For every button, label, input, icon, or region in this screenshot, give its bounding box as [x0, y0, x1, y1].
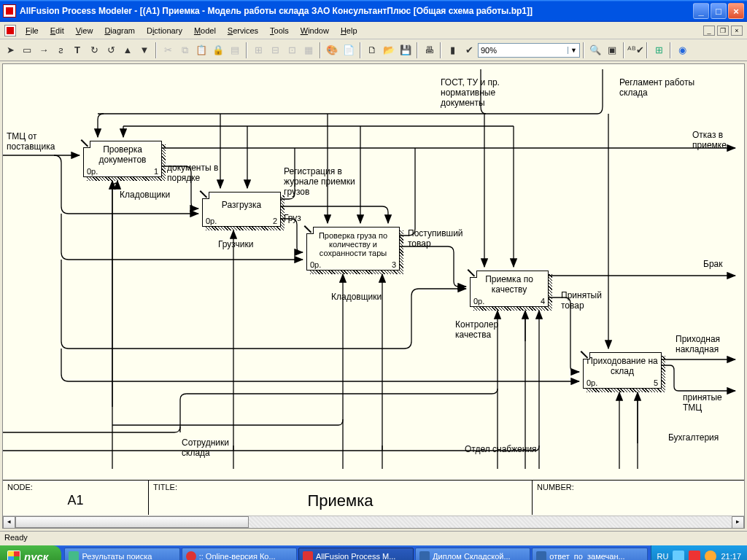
- tool-cut[interactable]: ✂: [160, 42, 176, 58]
- taskbar-tasks: Результаты поиска :: Online-версия Ко...…: [61, 547, 650, 560]
- tool-squiggle[interactable]: ƨ: [53, 42, 69, 58]
- menu-bar: File Edit View Diagram Dictionary Model …: [0, 22, 747, 39]
- tool-group1[interactable]: ⊞: [250, 42, 266, 58]
- tool-stack[interactable]: ▤: [227, 42, 243, 58]
- mdi-minimize[interactable]: _: [703, 26, 715, 36]
- tool-copy[interactable]: ⧉: [177, 42, 193, 58]
- menu-dictionary[interactable]: Dictionary: [142, 25, 187, 36]
- menu-tools[interactable]: Tools: [265, 25, 294, 36]
- tool-print[interactable]: 🖶: [421, 42, 437, 58]
- app-mini-icon: [4, 25, 16, 36]
- app-icon: [3, 4, 16, 18]
- tool-model-explorer[interactable]: ⊞: [651, 42, 667, 58]
- titlebar: AllFusion Process Modeler - [(A1) Приемк…: [0, 0, 747, 22]
- word-icon: [536, 551, 546, 560]
- tool-arrow[interactable]: →: [36, 42, 52, 58]
- tool-up-triangle[interactable]: ▲: [120, 42, 136, 58]
- task-item[interactable]: Результаты поиска: [64, 548, 179, 560]
- menu-window[interactable]: Window: [295, 25, 334, 36]
- close-button[interactable]: ×: [728, 3, 744, 19]
- scroll-left[interactable]: ◂: [3, 516, 15, 529]
- tool-zoom-fit[interactable]: ▣: [604, 42, 620, 58]
- menu-services[interactable]: Services: [222, 25, 263, 36]
- windows-flag-icon: [7, 551, 20, 560]
- diagram-footer: NODE: A1 TITLE: Приемка NUMBER:: [3, 480, 744, 515]
- tool-down-triangle[interactable]: ▼: [136, 42, 152, 58]
- tool-group4[interactable]: ▦: [301, 42, 317, 58]
- status-bar: Ready: [0, 531, 747, 545]
- menu-edit[interactable]: Edit: [45, 25, 69, 36]
- menu-file[interactable]: File: [20, 25, 44, 36]
- tool-globe[interactable]: ◉: [674, 42, 690, 58]
- tool-paste[interactable]: 📋: [193, 42, 209, 58]
- tool-flag[interactable]: ▮: [444, 42, 460, 58]
- start-button[interactable]: пуск: [0, 545, 61, 560]
- tool-check[interactable]: ✔: [461, 42, 477, 58]
- minimize-button[interactable]: _: [693, 3, 709, 19]
- maximize-button[interactable]: □: [711, 3, 727, 19]
- tool-save[interactable]: 💾: [398, 42, 414, 58]
- tool-zoom-page[interactable]: 🔍: [587, 42, 603, 58]
- task-item[interactable]: Диплом Складской...: [415, 548, 530, 560]
- taskbar: пуск Результаты поиска :: Online-версия …: [0, 545, 747, 560]
- window-title: AllFusion Process Modeler - [(A1) Приемк…: [20, 6, 693, 16]
- tool-palette[interactable]: 🎨: [324, 42, 340, 58]
- tool-undo-arrow[interactable]: ↺: [103, 42, 119, 58]
- zoom-combo[interactable]: ▼: [478, 43, 580, 58]
- zoom-input[interactable]: [481, 46, 568, 55]
- opera-icon: [186, 551, 196, 560]
- menu-help[interactable]: Help: [336, 25, 363, 36]
- avira-icon[interactable]: [689, 551, 700, 560]
- tool-pointer[interactable]: ➤: [2, 42, 18, 58]
- scroll-thumb[interactable]: [15, 516, 249, 528]
- footer-node-label: NODE:: [7, 483, 144, 491]
- system-tray[interactable]: RU 21:17: [651, 545, 747, 560]
- tool-activity-box[interactable]: ▭: [19, 42, 35, 58]
- arrows: [3, 64, 744, 470]
- mdi-restore[interactable]: ❐: [717, 26, 729, 36]
- tray-icon[interactable]: [705, 551, 716, 560]
- task-item[interactable]: ответ_по_замечан...: [532, 548, 647, 560]
- task-item[interactable]: :: Online-версия Ко...: [182, 548, 297, 560]
- footer-title-label: TITLE:: [153, 483, 527, 491]
- word-icon: [419, 551, 430, 560]
- menu-view[interactable]: View: [71, 25, 98, 36]
- footer-number-label: NUMBER:: [537, 483, 740, 491]
- task-icon: [69, 551, 79, 560]
- canvas-area: Проверка документов 0р.1 Разгрузка 0р.2 …: [0, 61, 747, 531]
- clock[interactable]: 21:17: [721, 552, 741, 560]
- status-text: Ready: [4, 533, 28, 542]
- h-scrollbar[interactable]: ◂ ▸: [3, 516, 744, 528]
- tool-report[interactable]: 📄: [341, 42, 357, 58]
- task-item[interactable]: AllFusion Process M...: [298, 548, 414, 560]
- tool-group2[interactable]: ⊟: [267, 42, 283, 58]
- tool-redo-arrow[interactable]: ↻: [86, 42, 102, 58]
- toolbar: ➤ ▭ → ƨ T ↻ ↺ ▲ ▼ ✂ ⧉ 📋 🔒 ▤ ⊞ ⊟ ⊡ ▦ 🎨 📄 …: [0, 39, 747, 61]
- mdi-close[interactable]: ×: [731, 26, 743, 36]
- tool-text[interactable]: T: [69, 42, 85, 58]
- scroll-right[interactable]: ▸: [732, 516, 744, 529]
- menu-diagram[interactable]: Diagram: [99, 25, 140, 36]
- lang-indicator[interactable]: RU: [657, 552, 669, 560]
- diagram[interactable]: Проверка документов 0р.1 Разгрузка 0р.2 …: [3, 64, 744, 470]
- menu-model[interactable]: Model: [189, 25, 221, 36]
- tool-open[interactable]: 📂: [381, 42, 397, 58]
- tool-new[interactable]: 🗋: [364, 42, 380, 58]
- tool-lock[interactable]: 🔒: [210, 42, 226, 58]
- tool-spellcheck[interactable]: ᴬᴮ✔: [627, 42, 643, 58]
- footer-title-value: Приемка: [153, 491, 527, 510]
- app-icon: [303, 551, 313, 560]
- chevron-down-icon[interactable]: ▼: [568, 47, 577, 54]
- footer-node-value: A1: [7, 493, 144, 508]
- diagram-canvas[interactable]: Проверка документов 0р.1 Разгрузка 0р.2 …: [2, 63, 745, 529]
- tool-group3[interactable]: ⊡: [284, 42, 300, 58]
- tray-icon[interactable]: [673, 551, 684, 560]
